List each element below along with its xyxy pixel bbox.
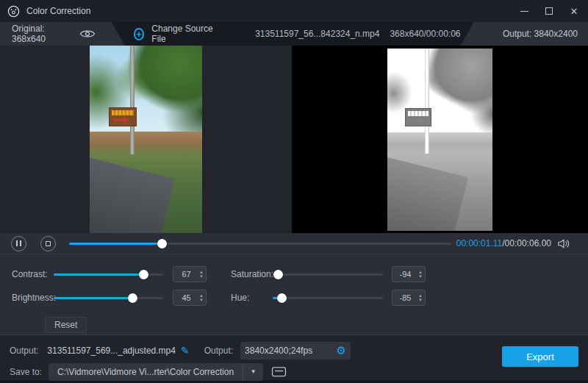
toolbar-center: + Change Source File 313511597_56...8423…	[134, 22, 461, 46]
stop-button[interactable]	[40, 236, 56, 251]
save-to-label: Save to:	[10, 367, 42, 377]
preview-area	[0, 46, 588, 233]
output-file-name: 313511597_569..._adjusted.mp4	[47, 346, 176, 356]
source-toolbar: Original: 368x640 + Change Source File 3…	[0, 22, 588, 46]
source-file-info: 368x640/00:00:06	[390, 29, 460, 39]
brightness-spinbox[interactable]: 45 ▲▼	[173, 290, 207, 306]
chevron-down-icon[interactable]: ▼	[243, 368, 263, 375]
brightness-value[interactable]: 45	[173, 293, 199, 302]
controls-panel: 00:00:01.11/00:00:06.00 Contrast: 67 ▲▼ …	[0, 233, 588, 334]
original-video-preview	[90, 46, 202, 233]
maximize-button[interactable]	[544, 6, 554, 16]
stop-icon	[46, 241, 51, 246]
tab-output[interactable]: Output: 3840x2400	[461, 22, 588, 46]
contrast-slider[interactable]	[54, 269, 164, 280]
contrast-label: Contrast:	[12, 269, 54, 279]
street-sign	[405, 108, 431, 126]
saturation-label: Saturation:	[231, 269, 273, 279]
hue-spinbox[interactable]: -85 ▲▼	[392, 290, 426, 306]
brightness-down-icon[interactable]: ▼	[199, 298, 204, 302]
reset-button[interactable]: Reset	[45, 317, 87, 333]
video-scene-original	[90, 46, 202, 233]
output-video-preview	[387, 49, 492, 231]
contrast-down-icon[interactable]: ▼	[199, 274, 204, 279]
original-resolution-label: Original: 368x640	[12, 24, 79, 44]
minimize-button[interactable]	[519, 6, 529, 16]
save-path-value: C:\Vidmore\Vidmore Vi...rter\Color Corre…	[49, 367, 243, 377]
contrast-control: Contrast: 67 ▲▼	[12, 266, 207, 282]
pause-icon	[16, 240, 21, 246]
seek-slider[interactable]	[69, 238, 451, 249]
titlebar: Color Correction ✕	[0, 0, 588, 22]
time-display: 00:00:01.11/00:00:06.00	[456, 238, 551, 248]
hue-down-icon[interactable]: ▼	[418, 298, 423, 302]
output-resolution-label: Output: 3840x2400	[503, 29, 578, 39]
brightness-slider-thumb[interactable]	[128, 293, 137, 303]
total-duration: 00:00:06.00	[505, 238, 551, 248]
playback-bar: 00:00:01.11/00:00:06.00	[0, 233, 588, 254]
brightness-slider[interactable]	[54, 293, 164, 304]
output-name-row: Output: 313511597_569..._adjusted.mp4 ✎ …	[10, 341, 588, 359]
browse-folder-button[interactable]	[271, 365, 287, 378]
hue-slider-thumb[interactable]	[277, 293, 287, 303]
window-title: Color Correction	[26, 6, 90, 16]
hue-label: Hue:	[231, 293, 273, 303]
export-button[interactable]: Export	[502, 346, 578, 367]
saturation-spinbox[interactable]: -94 ▲▼	[392, 266, 426, 282]
hue-value[interactable]: -85	[392, 293, 418, 302]
output-format-field[interactable]: 3840x2400;24fps ⚙	[240, 342, 351, 359]
original-preview-pane	[0, 46, 292, 233]
saturation-slider-thumb[interactable]	[273, 270, 283, 279]
tab-original[interactable]: Original: 368x640	[0, 22, 125, 46]
output-bar: Output: 313511597_569..._adjusted.mp4 ✎ …	[0, 334, 588, 383]
saturation-value[interactable]: -94	[392, 270, 418, 279]
output-settings-label: Output:	[204, 346, 233, 356]
elapsed-time: 00:00:01.11	[456, 238, 503, 248]
volume-icon[interactable]	[557, 238, 570, 249]
pause-button[interactable]	[11, 236, 26, 251]
output-preview-pane	[292, 46, 588, 233]
gear-icon[interactable]: ⚙	[337, 345, 346, 356]
contrast-spinbox[interactable]: 67 ▲▼	[173, 266, 207, 282]
saturation-control: Saturation: -94 ▲▼	[231, 266, 426, 282]
save-to-row: Save to: C:\Vidmore\Vidmore Vi...rter\Co…	[10, 362, 588, 381]
hue-control: Hue: -85 ▲▼	[231, 290, 426, 306]
save-path-dropdown[interactable]: C:\Vidmore\Vidmore Vi...rter\Color Corre…	[49, 363, 263, 381]
window-controls: ✕	[519, 6, 579, 16]
edit-name-icon[interactable]: ✎	[181, 345, 190, 357]
output-format-value: 3840x2400;24fps	[245, 346, 337, 356]
source-file-name: 313511597_56...842324_n.mp4	[255, 29, 379, 39]
output-name-label: Output:	[10, 346, 38, 356]
plus-icon[interactable]: +	[134, 28, 144, 40]
color-correction-app-icon	[7, 5, 20, 18]
saturation-down-icon[interactable]: ▼	[418, 274, 423, 279]
saturation-slider[interactable]	[273, 269, 383, 280]
folder-icon	[271, 365, 287, 378]
close-button[interactable]: ✕	[569, 6, 579, 16]
contrast-value[interactable]: 67	[173, 270, 199, 279]
seek-slider-thumb[interactable]	[157, 239, 167, 248]
video-scene-output	[387, 49, 492, 231]
hue-slider[interactable]	[273, 293, 383, 304]
street-sign	[109, 107, 137, 126]
change-source-file-button[interactable]: Change Source File	[151, 24, 214, 44]
contrast-slider-thumb[interactable]	[139, 270, 148, 279]
brightness-label: Brightness:	[12, 293, 54, 303]
eye-icon[interactable]	[79, 29, 96, 39]
brightness-control: Brightness: 45 ▲▼	[12, 290, 207, 306]
adjustments-section: Contrast: 67 ▲▼ Saturation: -94	[0, 254, 588, 333]
